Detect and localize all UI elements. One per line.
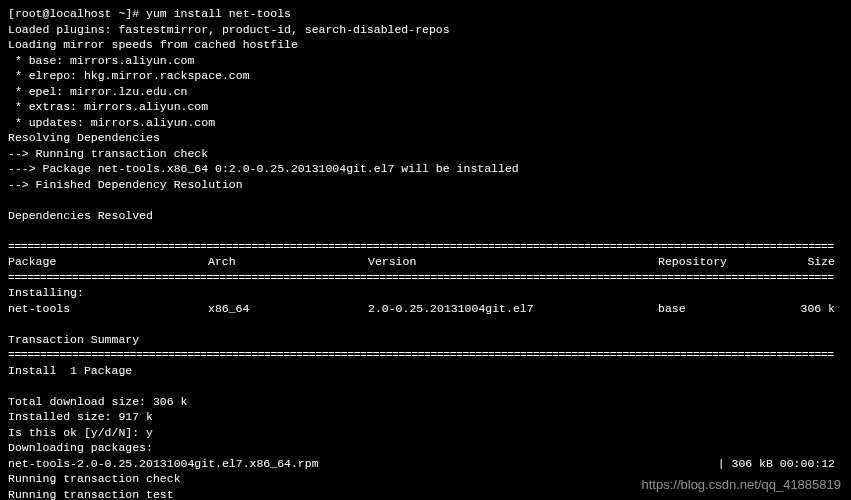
cell-package: net-tools (8, 301, 208, 317)
cell-size: 306 k (788, 301, 843, 317)
installing-label: Installing: (8, 285, 843, 301)
header-package: Package (8, 254, 208, 270)
blank-line (8, 316, 843, 332)
cell-repo: base (658, 301, 788, 317)
header-arch: Arch (208, 254, 368, 270)
divider: ========================================… (8, 347, 843, 363)
download-progress: net-tools-2.0-0.25.20131004git.el7.x86_6… (8, 456, 843, 472)
blank-line (8, 192, 843, 208)
mirror-extras: * extras: mirrors.aliyun.com (8, 99, 843, 115)
header-size: Size (788, 254, 843, 270)
download-status: | 306 kB 00:00:12 (718, 456, 843, 472)
table-header: Package Arch Version Repository Size (8, 254, 843, 270)
total-download-size: Total download size: 306 k (8, 394, 843, 410)
install-count: Install 1 Package (8, 363, 843, 379)
mirror-base: * base: mirrors.aliyun.com (8, 53, 843, 69)
deps-resolved: Dependencies Resolved (8, 208, 843, 224)
installed-size: Installed size: 917 k (8, 409, 843, 425)
table-row: net-tools x86_64 2.0-0.25.20131004git.el… (8, 301, 843, 317)
transaction-check: --> Running transaction check (8, 146, 843, 162)
package-install-line: ---> Package net-tools.x86_64 0:2.0-0.25… (8, 161, 843, 177)
cell-arch: x86_64 (208, 301, 368, 317)
mirror-updates: * updates: mirrors.aliyun.com (8, 115, 843, 131)
blank-line (8, 378, 843, 394)
plugins-line: Loaded plugins: fastestmirror, product-i… (8, 22, 843, 38)
download-file: net-tools-2.0-0.25.20131004git.el7.x86_6… (8, 456, 718, 472)
terminal-output: [root@localhost ~]# yum install net-tool… (8, 6, 843, 500)
confirm-prompt: Is this ok [y/d/N]: y (8, 425, 843, 441)
loading-mirrors: Loading mirror speeds from cached hostfi… (8, 37, 843, 53)
mirror-epel: * epel: mirror.lzu.edu.cn (8, 84, 843, 100)
resolving-deps: Resolving Dependencies (8, 130, 843, 146)
divider: ========================================… (8, 270, 843, 286)
blank-line (8, 223, 843, 239)
downloading-packages: Downloading packages: (8, 440, 843, 456)
watermark: https://blog.csdn.net/qq_41885819 (642, 476, 842, 494)
cell-version: 2.0-0.25.20131004git.el7 (368, 301, 658, 317)
header-repo: Repository (658, 254, 788, 270)
header-version: Version (368, 254, 658, 270)
transaction-summary: Transaction Summary (8, 332, 843, 348)
finished-dep: --> Finished Dependency Resolution (8, 177, 843, 193)
divider: ========================================… (8, 239, 843, 255)
shell-prompt: [root@localhost ~]# yum install net-tool… (8, 6, 843, 22)
mirror-elrepo: * elrepo: hkg.mirror.rackspace.com (8, 68, 843, 84)
